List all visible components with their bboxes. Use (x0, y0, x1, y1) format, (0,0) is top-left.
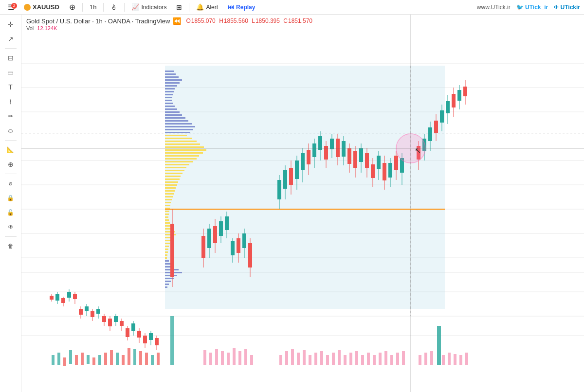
hamburger-menu[interactable]: ☰ 2 (4, 2, 18, 13)
svg-rect-22 (165, 91, 174, 92)
svg-rect-125 (143, 336, 147, 343)
svg-point-272 (396, 134, 425, 163)
ruler-tool[interactable]: 📐 (3, 143, 18, 157)
replay-button[interactable]: ⏮ Replay (224, 2, 259, 12)
svg-rect-55 (165, 187, 176, 189)
indicators-label: Indicators (141, 4, 166, 11)
svg-rect-24 (165, 97, 172, 98)
unlock-tool[interactable]: 🔓 (3, 206, 18, 219)
svg-rect-195 (417, 146, 420, 160)
chart-svg: ↖ (21, 15, 584, 392)
svg-rect-191 (394, 156, 398, 170)
svg-rect-242 (285, 351, 288, 365)
svg-rect-257 (373, 355, 376, 365)
svg-rect-270 (459, 355, 462, 365)
svg-rect-45 (165, 158, 197, 160)
arrow-tool[interactable]: ↗ (3, 32, 18, 46)
svg-rect-227 (139, 351, 142, 365)
svg-rect-64 (165, 214, 169, 215)
svg-rect-103 (79, 309, 83, 315)
chart-type-button[interactable]: 🕯 (107, 2, 121, 12)
svg-rect-99 (67, 292, 71, 298)
svg-rect-121 (131, 323, 135, 331)
svg-rect-193 (400, 158, 404, 173)
symbol-label: XAUUSD (33, 3, 59, 11)
timeframe-button[interactable]: 1h (86, 2, 100, 12)
crosshair-tool[interactable]: ✛ (3, 18, 18, 31)
svg-rect-256 (367, 353, 370, 365)
svg-rect-127 (149, 333, 153, 340)
svg-rect-260 (390, 355, 393, 365)
svg-rect-213 (57, 353, 60, 365)
website-label: www.UTick.ir (477, 4, 511, 11)
svg-rect-95 (55, 294, 59, 301)
svg-rect-167 (324, 146, 328, 160)
svg-rect-259 (384, 351, 387, 365)
replay-label: Replay (236, 4, 255, 11)
eye-tool[interactable]: 👁 (3, 220, 18, 234)
svg-rect-35 (165, 129, 193, 130)
svg-rect-232 (203, 350, 206, 365)
left-toolbar: ✛ ↗ ⊟ ▭ T ⌇ ✏ ☺ 📐 ⊕ ⌀ 🔒 🔓 👁 🗑 (0, 15, 21, 392)
svg-rect-207 (452, 94, 456, 107)
svg-rect-238 (238, 351, 241, 365)
magnet-tool[interactable]: ⌀ (3, 177, 18, 190)
svg-rect-42 (165, 149, 206, 151)
svg-rect-253 (349, 353, 352, 365)
svg-rect-163 (312, 143, 316, 157)
rewind-icon[interactable]: ⏪ (173, 17, 181, 25)
path-tool[interactable]: ⌇ (3, 95, 18, 108)
zoom-tool[interactable]: ⊕ (3, 158, 18, 171)
svg-rect-201 (434, 121, 438, 133)
separator-4 (189, 3, 189, 12)
svg-rect-19 (165, 82, 180, 84)
svg-rect-75 (165, 246, 169, 247)
svg-rect-29 (165, 111, 180, 113)
svg-rect-271 (465, 353, 468, 365)
brush-tool[interactable]: ✏ (3, 109, 18, 123)
svg-rect-266 (430, 351, 433, 365)
svg-rect-89 (165, 286, 167, 288)
alert-button[interactable]: 🔔 Alert (192, 2, 222, 12)
svg-rect-34 (165, 126, 195, 127)
svg-rect-149 (248, 243, 252, 267)
svg-rect-54 (165, 184, 177, 186)
svg-rect-52 (165, 178, 180, 180)
svg-rect-234 (215, 349, 218, 365)
svg-rect-217 (81, 353, 84, 365)
svg-rect-211 (463, 87, 467, 96)
svg-rect-26 (165, 103, 173, 104)
svg-rect-145 (237, 238, 240, 253)
rectangle-tool[interactable]: ▭ (3, 66, 18, 79)
svg-rect-147 (242, 233, 246, 248)
indicators-button[interactable]: 📈 Indicators (128, 2, 170, 12)
layout-button[interactable]: ⊞ (172, 2, 186, 12)
svg-rect-46 (165, 161, 193, 162)
svg-rect-51 (165, 176, 181, 177)
symbol-button[interactable]: XAUUSD (20, 2, 63, 12)
text-tool[interactable]: T (3, 80, 18, 94)
svg-rect-151 (277, 180, 281, 199)
svg-rect-14 (165, 66, 445, 309)
lt-sep-4 (5, 236, 17, 237)
svg-rect-262 (402, 351, 405, 365)
lock-tool[interactable]: 🔒 (3, 191, 18, 205)
hline-tool[interactable]: ⊟ (3, 51, 18, 65)
twitter-icon: 🐦 (516, 4, 524, 11)
chart-area[interactable]: Gold Spot / U.S. Dollar · 1h · OANDA · T… (21, 15, 584, 392)
svg-rect-235 (221, 351, 224, 365)
add-symbol-button[interactable]: ⊕ (65, 1, 79, 13)
svg-rect-268 (448, 353, 451, 365)
svg-rect-187 (383, 163, 386, 180)
svg-rect-237 (233, 348, 236, 365)
indicators-icon: 📈 (131, 3, 139, 11)
svg-rect-39 (165, 141, 197, 142)
gold-icon (24, 4, 31, 11)
emoji-tool[interactable]: ☺ (3, 124, 18, 138)
svg-rect-60 (165, 202, 171, 203)
svg-rect-246 (309, 355, 311, 365)
svg-rect-185 (377, 156, 381, 169)
svg-rect-83 (165, 269, 179, 270)
svg-rect-157 (295, 160, 299, 179)
delete-tool[interactable]: 🗑 (3, 239, 18, 253)
